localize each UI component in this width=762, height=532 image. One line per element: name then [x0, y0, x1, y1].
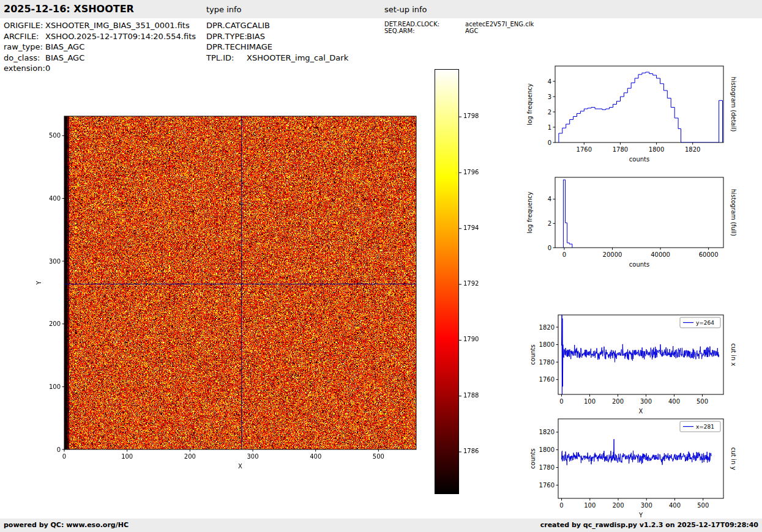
do-class-value: BIAS_AGC: [45, 53, 84, 62]
footer-left-text: powered by QC: www.eso.org/HC: [4, 521, 129, 529]
dpr-type-label: DPR.TYPE:: [206, 31, 247, 42]
header-bar: 2025-12-16: XSHOOTER type info set-up in…: [0, 0, 762, 18]
meta-row-seq-arm: SEQ.ARM:AGC: [384, 28, 534, 34]
svg-text:4: 4: [548, 78, 551, 85]
svg-text:2: 2: [548, 109, 551, 116]
svg-text:400: 400: [49, 195, 61, 202]
svg-text:100: 100: [584, 398, 596, 405]
svg-text:1760: 1760: [539, 376, 555, 383]
meta-row-dpr-type: DPR.TYPE:BIAS: [206, 31, 348, 42]
do-class-label: do_class:: [4, 53, 45, 64]
svg-text:1820: 1820: [685, 146, 700, 153]
dpr-type-value: BIAS: [247, 32, 265, 41]
histogram-full-plot: 0200004000060000024countslog frequencyhi…: [521, 171, 739, 275]
svg-text:400: 400: [669, 502, 681, 509]
svg-text:1820: 1820: [539, 324, 555, 331]
svg-text:300: 300: [49, 258, 61, 265]
svg-text:100: 100: [584, 502, 596, 509]
svg-text:100: 100: [121, 453, 133, 460]
svg-text:4: 4: [548, 196, 551, 202]
svg-text:40000: 40000: [651, 251, 670, 258]
svg-text:500: 500: [373, 453, 384, 460]
svg-text:1760: 1760: [577, 146, 592, 153]
svg-text:1780: 1780: [613, 146, 628, 153]
svg-text:counts: counts: [629, 156, 649, 163]
svg-text:log frequency: log frequency: [526, 83, 533, 125]
setup-info-column: DET.READ.CLOCK:acetecE2V57I_ENG.clk SEQ.…: [384, 21, 534, 34]
extension-label: extension:: [4, 63, 45, 74]
svg-text:300: 300: [640, 398, 652, 405]
tpl-id-value: XSHOOTER_img_cal_Dark: [247, 53, 348, 62]
dpr-tech-value: IMAGE: [247, 42, 272, 51]
meta-row-raw-type: raw_type:BIAS_AGC: [4, 42, 196, 53]
meta-row-tpl-id: TPL.ID:XSHOOTER_img_cal_Dark: [206, 53, 348, 64]
svg-text:Y: Y: [638, 512, 643, 519]
colorbar-canvas: [435, 69, 480, 494]
dpr-catg-label: DPR.CATG:: [206, 20, 247, 31]
svg-text:1800: 1800: [539, 446, 555, 453]
svg-text:60000: 60000: [699, 251, 719, 258]
origfile-label: ORIGFILE:: [4, 20, 45, 31]
meta-row-origfile: ORIGFILE:XSHOOTER_IMG_BIAS_351_0001.fits: [4, 20, 196, 31]
arcfile-label: ARCFILE:: [4, 31, 45, 42]
svg-text:2: 2: [548, 220, 551, 227]
file-metadata-column: ORIGFILE:XSHOOTER_IMG_BIAS_351_0001.fits…: [4, 20, 196, 74]
cut_x-svg: 01002003004005001760178018001820Xcountsc…: [525, 309, 739, 422]
svg-text:0: 0: [559, 502, 563, 509]
seq-arm-value: AGC: [465, 28, 478, 34]
meta-row-do-class: do_class:BIAS_AGC: [4, 53, 196, 64]
svg-text:cut in x: cut in x: [730, 343, 737, 366]
footer-bar: powered by QC: www.eso.org/HC created by…: [0, 519, 762, 532]
svg-text:300: 300: [247, 453, 258, 460]
cut_y-svg: 01002003004005001760178018001820Ycountsc…: [525, 413, 739, 526]
arcfile-value: XSHOO.2025-12-17T09:14:20.554.fits: [45, 32, 196, 41]
footer-right-text: created by qc_rawdisp.py v1.2.3 on 2025-…: [540, 521, 758, 529]
svg-text:1: 1: [548, 124, 551, 131]
svg-text:500: 500: [49, 132, 61, 139]
svg-text:200: 200: [612, 398, 624, 405]
svg-text:1820: 1820: [539, 429, 555, 435]
svg-text:300: 300: [641, 502, 652, 509]
svg-text:1760: 1760: [539, 482, 555, 489]
svg-text:0: 0: [57, 446, 61, 453]
histogram-detail-plot: 176017801800182001234countslog frequency…: [521, 60, 739, 171]
svg-text:counts: counts: [629, 261, 649, 268]
histogram_full-svg: 0200004000060000024countslog frequencyhi…: [521, 171, 739, 275]
svg-text:1780: 1780: [539, 359, 555, 366]
extension-value: 0: [45, 64, 50, 73]
setup-info-heading: set-up info: [384, 5, 427, 14]
svg-text:200: 200: [49, 320, 61, 327]
svg-text:log frequency: log frequency: [526, 191, 533, 234]
dpr-catg-value: CALIB: [247, 21, 270, 30]
origfile-value: XSHOOTER_IMG_BIAS_351_0001.fits: [45, 21, 190, 30]
cut-in-x-plot: 01002003004005001760178018001820Xcountsc…: [525, 309, 739, 422]
svg-text:100: 100: [49, 383, 61, 390]
svg-text:400: 400: [668, 398, 680, 405]
svg-text:X: X: [238, 463, 242, 470]
svg-text:200: 200: [612, 502, 624, 509]
svg-text:0: 0: [548, 139, 551, 146]
svg-text:Y: Y: [35, 281, 42, 286]
raw-type-value: BIAS_AGC: [45, 42, 84, 51]
meta-row-dpr-catg: DPR.CATG:CALIB: [206, 20, 348, 31]
histogram_detail-svg: 176017801800182001234countslog frequency…: [521, 60, 739, 171]
read-clock-label: DET.READ.CLOCK:: [384, 21, 465, 28]
bias-image-plot: 01002003004005000100200300400500XY: [31, 110, 438, 477]
bias-image-axes: 01002003004005000100200300400500XY: [31, 110, 438, 477]
cut-in-y-plot: 01002003004005001760178018001820Ycountsc…: [525, 413, 739, 526]
svg-text:cut in y: cut in y: [730, 447, 737, 470]
read-clock-value: acetecE2V57I_ENG.clk: [465, 21, 534, 28]
svg-text:0: 0: [548, 245, 551, 251]
meta-row-dpr-tech: DPR.TECH:IMAGE: [206, 42, 348, 53]
svg-text:0: 0: [562, 251, 566, 258]
type-info-column: DPR.CATG:CALIB DPR.TYPE:BIAS DPR.TECH:IM…: [206, 20, 348, 63]
svg-text:0: 0: [559, 398, 563, 405]
type-info-heading: type info: [206, 5, 242, 14]
svg-text:1780: 1780: [539, 464, 555, 471]
raw-type-label: raw_type:: [4, 42, 45, 53]
svg-text:counts: counts: [529, 448, 536, 468]
svg-text:500: 500: [697, 398, 708, 405]
svg-text:histogram (full): histogram (full): [730, 189, 737, 236]
seq-arm-label: SEQ.ARM:: [384, 28, 465, 34]
tpl-id-label: TPL.ID:: [206, 53, 247, 64]
